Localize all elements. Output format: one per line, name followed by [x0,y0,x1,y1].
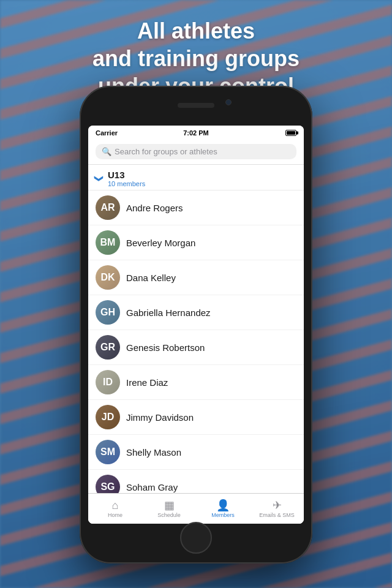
member-name: Irene Diaz [126,377,168,388]
status-right [285,130,296,136]
group-name: U13 [108,170,145,180]
search-placeholder: Search for groups or athletes [115,147,217,156]
tab-home[interactable]: ⌂Home [88,494,142,524]
member-name: Jimmy Davidson [126,412,194,423]
home-button[interactable] [180,522,212,554]
member-name: Genesis Robertson [126,342,205,353]
carrier-label: Carrier [96,129,118,137]
group-member-count: 10 members [108,180,145,187]
phone-screen: Carrier 7:02 PM 🔍 Search for groups or a… [88,126,304,524]
tab-schedule[interactable]: ▦Schedule [142,494,196,524]
list-item[interactable]: SMShelly Mason [88,435,304,470]
members-list: ARAndre RogersBMBeverley MorganDKDana Ke… [88,190,304,524]
members-icon: 👤 [216,500,230,511]
list-item[interactable]: IDIrene Diaz [88,365,304,400]
search-bar[interactable]: 🔍 Search for groups or athletes [88,140,304,165]
avatar: ID [96,370,120,394]
avatar: GR [96,335,120,360]
phone-camera [225,99,232,105]
avatar: SM [96,440,120,464]
member-name: Andre Rogers [126,203,183,213]
list-item[interactable]: GRGenesis Robertson [88,330,304,365]
status-bar: Carrier 7:02 PM [88,126,304,140]
phone-speaker [178,103,214,108]
schedule-label: Schedule [157,512,181,518]
member-name: Gabriella Hernandez [126,307,211,318]
members-label: Members [211,512,235,518]
avatar: AR [96,195,120,220]
schedule-icon: ▦ [164,500,175,511]
emails-icon: ✈ [273,500,282,511]
avatar: GH [96,300,120,325]
home-label: Home [108,512,123,518]
chevron-down-icon: ❯ [94,175,104,183]
member-name: Dana Kelley [126,273,176,283]
list-item[interactable]: BMBeverley Morgan [88,225,304,260]
emails-label: Emails & SMS [259,512,295,518]
battery-icon [285,130,296,136]
group-info: U13 10 members [108,170,145,187]
search-icon: 🔍 [102,147,111,156]
list-item[interactable]: JDJimmy Davidson [88,400,304,435]
member-name: Soham Gray [126,482,178,492]
tab-emails[interactable]: ✈Emails & SMS [250,494,304,524]
phone-frame: Carrier 7:02 PM 🔍 Search for groups or a… [80,86,312,564]
avatar: BM [96,230,120,255]
group-header[interactable]: ❯ U13 10 members [88,165,304,190]
home-icon: ⌂ [112,500,119,511]
search-input-wrapper[interactable]: 🔍 Search for groups or athletes [96,144,296,159]
list-item[interactable]: DKDana Kelley [88,260,304,295]
avatar: DK [96,265,120,290]
list-item[interactable]: ARAndre Rogers [88,190,304,225]
avatar: JD [96,405,120,429]
tab-bar: ⌂Home▦Schedule👤Members✈Emails & SMS [88,493,304,524]
status-time: 7:02 PM [183,129,209,137]
tab-members[interactable]: 👤Members [196,494,250,524]
list-item[interactable]: GHGabriella Hernandez [88,295,304,330]
member-name: Shelly Mason [126,447,181,458]
member-name: Beverley Morgan [126,238,195,248]
